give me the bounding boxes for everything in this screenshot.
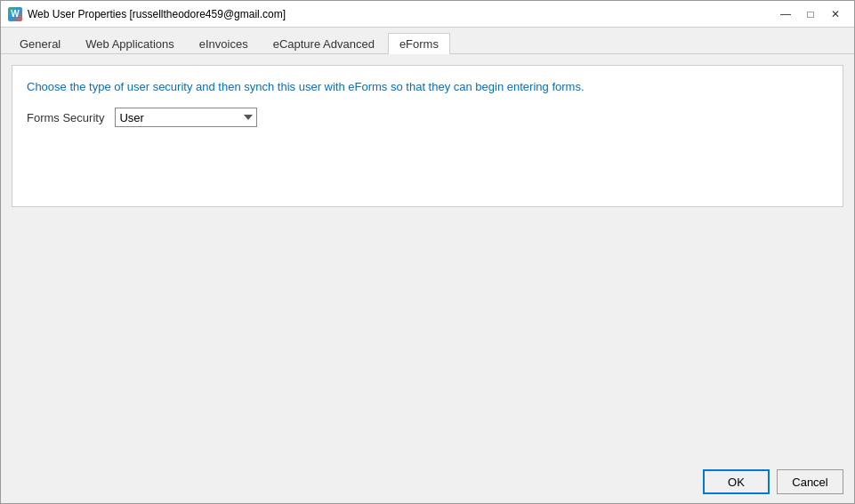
info-text: Choose the type of user security and the… [27,80,828,93]
forms-security-label: Forms Security [27,111,104,124]
content-spacer [12,207,843,450]
tab-einvoices[interactable]: eInvoices [188,33,260,54]
close-button[interactable]: ✕ [824,5,847,23]
tab-general[interactable]: General [8,33,72,54]
tab-web-applications[interactable]: Web Applications [74,33,186,54]
tab-ecapture-advanced[interactable]: eCapture Advanced [262,33,386,54]
tab-eforms[interactable]: eForms [388,33,450,54]
tabs-bar: General Web Applications eInvoices eCapt… [1,28,854,54]
minimize-button[interactable]: — [774,5,797,23]
title-bar: W Web User Properties [russelltheodore45… [1,1,854,28]
footer: OK Cancel [1,460,854,503]
ok-button[interactable]: OK [703,469,770,494]
window-title: Web User Properties [russelltheodore459@… [28,8,286,20]
title-bar-left: W Web User Properties [russelltheodore45… [8,7,286,21]
forms-security-row: Forms Security User Administrator None [27,108,828,127]
maximize-button[interactable]: □ [799,5,822,23]
title-bar-controls: — □ ✕ [774,5,847,23]
forms-security-select[interactable]: User Administrator None [115,108,257,127]
eforms-panel: Choose the type of user security and the… [12,65,843,207]
content-area: Choose the type of user security and the… [1,54,854,460]
cancel-button[interactable]: Cancel [777,469,843,494]
app-icon: W [8,7,22,21]
main-window: W Web User Properties [russelltheodore45… [0,0,855,504]
